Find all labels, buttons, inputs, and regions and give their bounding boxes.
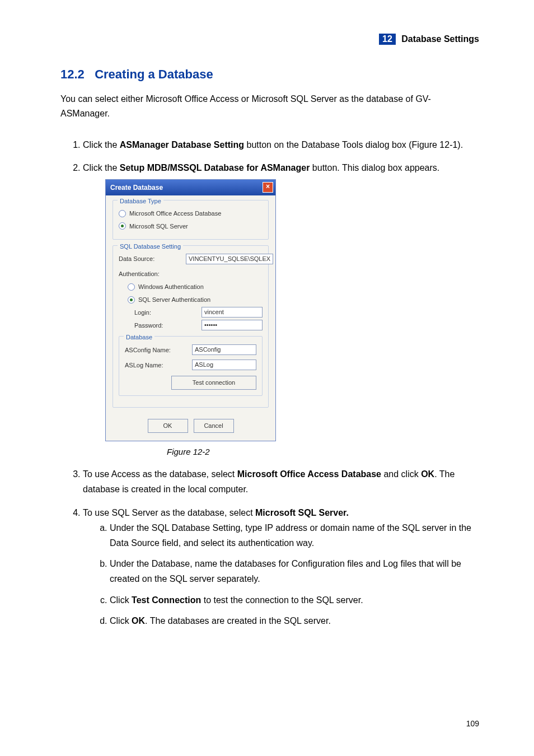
step-2: Click the Setup MDB/MSSQL Database for A…	[83, 160, 479, 459]
chapter-badge: 12	[379, 34, 396, 45]
auth-label: Authentication:	[119, 269, 263, 279]
text: Click the	[83, 140, 120, 150]
bold-term: Test Connection	[132, 595, 201, 605]
radio-mssql[interactable]: Microsoft SQL Server	[119, 221, 263, 232]
step-4: To use SQL Server as the database, selec…	[83, 505, 479, 628]
radio-icon	[128, 296, 135, 304]
dialog-body: Database Type Microsoft Office Access Da…	[106, 195, 275, 441]
page-number: 109	[466, 719, 479, 728]
section-heading: 12.2 Creating a Database	[60, 67, 479, 82]
bold-term: Microsoft SQL Server.	[255, 508, 349, 517]
cancel-button[interactable]: Cancel	[194, 419, 234, 433]
text: To use Access as the database, select	[83, 469, 237, 479]
field-asconfig: ASConfig Name: ASConfig	[125, 344, 256, 355]
dialog-button-bar: OK Cancel	[113, 419, 269, 433]
text: to test the connection to the SQL server…	[201, 595, 363, 605]
asconfig-input[interactable]: ASConfig	[192, 344, 256, 355]
section-number: 12.2	[60, 67, 85, 81]
figure-caption: Figure 12-2	[167, 445, 479, 459]
test-connection-button[interactable]: Test connection	[171, 376, 256, 390]
bold-term: OK	[132, 616, 145, 626]
field-password: Password: ••••••	[119, 320, 263, 330]
radio-icon	[119, 210, 126, 217]
radio-label: SQL Server Authentication	[138, 295, 210, 305]
password-input[interactable]: ••••••	[202, 320, 263, 330]
label: Login:	[119, 307, 202, 318]
substep-b: Under the Database, name the databases f…	[110, 556, 479, 586]
datasource-input[interactable]: VINCENTYU_SQLSE\SQLEX	[186, 254, 273, 264]
login-input[interactable]: vincent	[202, 307, 263, 318]
dialog-title: Create Database	[110, 182, 163, 193]
bold-term: OK	[421, 469, 434, 479]
bold-term: Microsoft Office Access Database	[237, 469, 381, 479]
group-database-type: Database Type Microsoft Office Access Da…	[113, 200, 269, 240]
group-legend: Database	[124, 332, 154, 343]
label: Data Source:	[119, 254, 186, 264]
dialog-figure: Create Database × Database Type Microsof…	[105, 179, 276, 441]
radio-label: Windows Authentication	[138, 282, 204, 292]
group-legend: SQL Database Setting	[118, 241, 183, 252]
create-database-dialog: Create Database × Database Type Microsof…	[105, 179, 276, 441]
substeps: Under the SQL Database Setting, type IP …	[83, 520, 479, 628]
radio-icon	[128, 283, 135, 291]
text: button. This dialog box appears.	[310, 163, 439, 172]
substep-c: Click Test Connection to test the connec…	[110, 592, 479, 608]
radio-winauth[interactable]: Windows Authentication	[119, 282, 263, 292]
step-3: To use Access as the database, select Mi…	[83, 466, 479, 497]
group-legend: Database Type	[118, 196, 163, 207]
aslog-input[interactable]: ASLog	[192, 360, 256, 370]
field-aslog: ASLog Name: ASLog	[125, 360, 256, 370]
text: Click	[110, 595, 132, 605]
radio-label: Microsoft SQL Server	[129, 221, 188, 232]
top-steps: Click the ASManager Database Setting but…	[60, 137, 479, 628]
field-datasource: Data Source: VINCENTYU_SQLSE\SQLEX	[119, 254, 263, 264]
label: Password:	[119, 320, 202, 331]
chapter-title: Database Settings	[401, 34, 479, 44]
label: ASConfig Name:	[125, 345, 192, 356]
dialog-titlebar: Create Database ×	[106, 180, 275, 195]
step-1: Click the ASManager Database Setting but…	[83, 137, 479, 152]
ok-button[interactable]: OK	[148, 419, 188, 433]
group-sql-setting: SQL Database Setting Data Source: VINCEN…	[113, 245, 269, 408]
page-header: 12 Database Settings	[60, 34, 479, 45]
substep-a: Under the SQL Database Setting, type IP …	[110, 520, 479, 550]
text: button on the Database Tools dialog box …	[244, 140, 463, 150]
text: To use SQL Server as the database, selec…	[83, 508, 255, 517]
intro-paragraph: You can select either Microsoft Office A…	[60, 92, 479, 120]
close-icon[interactable]: ×	[263, 182, 273, 193]
label: ASLog Name:	[125, 360, 192, 371]
text: Click	[110, 616, 132, 626]
section-title: Creating a Database	[95, 67, 213, 81]
substep-d: Click OK. The databases are created in t…	[110, 613, 479, 628]
radio-access[interactable]: Microsoft Office Access Database	[119, 208, 263, 219]
field-login: Login: vincent	[119, 307, 263, 318]
radio-label: Microsoft Office Access Database	[129, 208, 221, 219]
radio-sqlauth[interactable]: SQL Server Authentication	[119, 295, 263, 305]
radio-icon	[119, 222, 126, 230]
text: and click	[381, 469, 421, 479]
bold-term: Setup MDB/MSSQL Database for ASManager	[120, 163, 310, 172]
text: Click the	[83, 163, 120, 172]
bold-term: ASManager Database Setting	[120, 140, 244, 150]
text: . The databases are created in the SQL s…	[145, 616, 331, 626]
group-database: Database ASConfig Name: ASConfig ASLog N…	[119, 336, 263, 396]
